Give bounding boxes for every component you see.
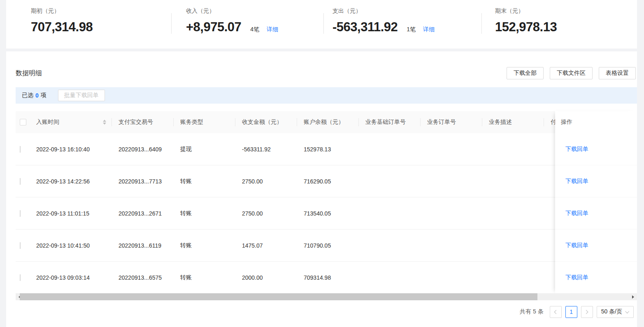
pagination-total: 共有 5 条: [520, 308, 544, 315]
cell-balance: 716290.05: [297, 178, 359, 185]
page-number-button[interactable]: 1: [565, 306, 577, 318]
summary-count: 4笔: [250, 26, 259, 33]
cell-time: 2022-09-13 10:41:50: [30, 242, 112, 249]
chevron-left-icon: [554, 310, 558, 314]
header-cell-amount: 收支金额（元）: [235, 111, 297, 133]
selection-bar: 已选 0 项 批量下载回单: [16, 87, 637, 104]
cell-time: 2022-09-13 09:03:14: [30, 274, 112, 281]
header-cell-order-no: 业务订单号: [421, 111, 482, 133]
row-checkbox[interactable]: [20, 274, 21, 281]
download-receipt-link[interactable]: 下载回单: [565, 274, 588, 281]
row-checkbox[interactable]: [20, 178, 21, 185]
chevron-down-icon: [625, 309, 629, 313]
cell-balance: 710790.05: [297, 242, 359, 249]
next-page-button[interactable]: [581, 306, 593, 318]
summary-value: 152,978.13: [495, 20, 557, 35]
header-cell-description: 业务描述: [482, 111, 544, 133]
divider: [323, 13, 324, 34]
sort-icon[interactable]: [103, 120, 106, 125]
selected-count: 0: [35, 92, 39, 99]
cell-type: 转账: [174, 178, 235, 185]
data-detail-card: 数据明细 下载全部 下载文件区 表格设置 已选 0 项 批量下载回单 入账时间 …: [6, 51, 637, 327]
section-title: 数据明细: [16, 69, 42, 78]
download-file-area-button[interactable]: 下载文件区: [550, 67, 593, 79]
table-row: 2022-09-13 14:22:56 20220913...7713 转账 2…: [16, 165, 637, 197]
data-table: 入账时间 支付宝交易号 账务类型 收支金额（元） 账户余额（元） 业务基础订单号…: [16, 111, 637, 294]
selected-prefix: 已选: [22, 92, 33, 99]
summary-value: 707,314.98: [31, 20, 93, 35]
summary-expense: 支出（元） -563,311.92 1笔 详细: [332, 7, 435, 35]
row-checkbox[interactable]: [20, 210, 21, 217]
row-checkbox[interactable]: [20, 146, 21, 153]
table-row: 2022-09-13 10:41:50 20220913...6119 转账 1…: [16, 230, 637, 262]
cell-balance: 709314.98: [297, 274, 359, 281]
summary-label: 支出（元）: [332, 7, 435, 15]
expense-detail-link[interactable]: 详细: [423, 26, 435, 33]
summary-opening-balance: 期初（元） 707,314.98: [31, 7, 93, 35]
header-cell-checkbox: [16, 111, 30, 133]
cell-amount: 2000.00: [235, 274, 297, 281]
horizontal-scrollbar[interactable]: [16, 293, 637, 300]
download-receipt-link[interactable]: 下载回单: [565, 210, 588, 217]
table-row: 2022-09-13 16:10:40 20220913...6409 提现 -…: [16, 133, 637, 165]
table-row: 2022-09-13 09:03:14 20220913...6575 转账 2…: [16, 262, 637, 294]
select-all-checkbox[interactable]: [20, 119, 26, 125]
toolbar: 下载全部 下载文件区 表格设置: [507, 67, 636, 79]
cell-amount: 2750.00: [235, 210, 297, 217]
summary-income: 收入（元） +8,975.07 4笔 详细: [186, 7, 278, 35]
summary-count: 1笔: [407, 26, 416, 33]
cell-type: 转账: [174, 242, 235, 249]
income-detail-link[interactable]: 详细: [267, 26, 278, 33]
summary-label: 收入（元）: [186, 7, 278, 15]
download-receipt-link[interactable]: 下载回单: [565, 178, 588, 185]
cell-txn-no: 20220913...6409: [112, 146, 174, 153]
header-cell-operation: 操作: [555, 111, 637, 133]
cell-txn-no: 20220913...7713: [112, 178, 174, 185]
selected-suffix: 项: [41, 92, 46, 99]
page-size-select[interactable]: 50 条/页: [597, 306, 634, 318]
header-cell-type: 账务类型: [174, 111, 235, 133]
header-label: 入账时间: [36, 118, 59, 126]
prev-page-button[interactable]: [550, 306, 562, 318]
fixed-operation-column: 操作 下载回单 下载回单 下载回单 下载回单 下载回单: [555, 111, 637, 294]
chevron-right-icon: [584, 310, 588, 314]
batch-download-receipt-button[interactable]: 批量下载回单: [58, 90, 105, 101]
summary-value: -563,311.92: [332, 20, 398, 35]
divider: [481, 13, 482, 34]
summary-closing-balance: 期末（元） 152,978.13: [495, 7, 557, 35]
sort-down-icon: [103, 123, 106, 125]
table-header-row: 入账时间 支付宝交易号 账务类型 收支金额（元） 账户余额（元） 业务基础订单号…: [16, 111, 637, 133]
header-cell-base-order-no: 业务基础订单号: [359, 111, 421, 133]
cell-type: 提现: [174, 146, 235, 153]
download-receipt-link[interactable]: 下载回单: [565, 146, 588, 153]
cell-type: 转账: [174, 210, 235, 217]
scrollbar-thumb[interactable]: [20, 293, 537, 300]
sort-up-icon: [103, 120, 106, 122]
table-settings-button[interactable]: 表格设置: [599, 67, 636, 79]
header-cell-time: 入账时间: [30, 111, 112, 133]
summary-label: 期末（元）: [495, 7, 557, 15]
pagination: 共有 5 条 1 50 条/页: [520, 306, 634, 318]
header-cell-balance: 账户余额（元）: [297, 111, 359, 133]
scroll-right-arrow-icon[interactable]: [632, 295, 636, 299]
table-row: 2022-09-13 11:01:15 20220913...2671 转账 2…: [16, 197, 637, 230]
cell-time: 2022-09-13 11:01:15: [30, 210, 112, 217]
cell-amount: 1475.07: [235, 242, 297, 249]
divider: [171, 13, 172, 34]
cell-time: 2022-09-13 14:22:56: [30, 178, 112, 185]
cell-amount: 2750.00: [235, 178, 297, 185]
cell-txn-no: 20220913...6119: [112, 242, 174, 249]
cell-balance: 152978.13: [297, 146, 359, 153]
cell-amount: -563311.92: [235, 146, 297, 153]
download-all-button[interactable]: 下载全部: [507, 67, 544, 79]
cell-txn-no: 20220913...6575: [112, 274, 174, 281]
summary-value: +8,975.07: [186, 20, 241, 35]
header-cell-txn-no: 支付宝交易号: [112, 111, 174, 133]
summary-label: 期初（元）: [31, 7, 93, 15]
summary-card: 期初（元） 707,314.98 收入（元） +8,975.07 4笔 详细 支…: [6, 0, 637, 49]
cell-txn-no: 20220913...2671: [112, 210, 174, 217]
row-checkbox[interactable]: [20, 242, 21, 249]
download-receipt-link[interactable]: 下载回单: [565, 242, 588, 249]
page-size-value: 50 条/页: [601, 308, 622, 315]
cell-balance: 713540.05: [297, 210, 359, 217]
